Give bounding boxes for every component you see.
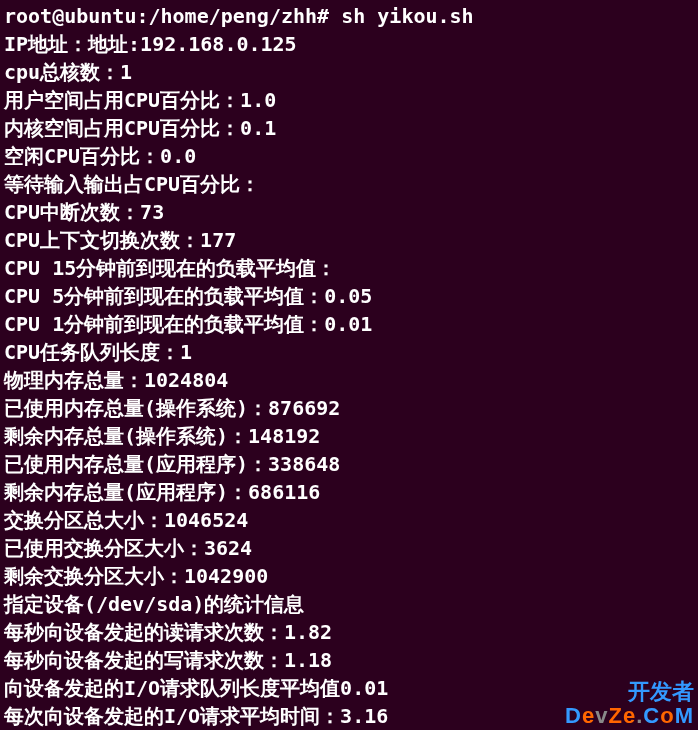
output-line: 已使用内存总量(操作系统)：876692 (4, 394, 694, 422)
watermark-cn: 开发者 (565, 680, 694, 704)
output-line: 剩余内存总量(应用程序)：686116 (4, 478, 694, 506)
prompt-colon: : (136, 4, 148, 28)
watermark-en: DevZe.CoM (565, 703, 694, 728)
output-line: 用户空间占用CPU百分比：1.0 (4, 86, 694, 114)
output-line: 空闲CPU百分比：0.0 (4, 142, 694, 170)
terminal-output: IP地址：地址:192.168.0.125cpu总核数：1用户空间占用CPU百分… (4, 30, 694, 730)
output-line: CPU 15分钟前到现在的负载平均值： (4, 254, 694, 282)
prompt-user: root@ubuntu (4, 4, 136, 28)
output-line: CPU上下文切换次数：177 (4, 226, 694, 254)
output-line: 内核空间占用CPU百分比：0.1 (4, 114, 694, 142)
prompt-path: /home/peng/zhh (149, 4, 318, 28)
output-line: 物理内存总量：1024804 (4, 366, 694, 394)
terminal-prompt-line[interactable]: root@ubuntu:/home/peng/zhh# sh yikou.sh (4, 2, 694, 30)
output-line: 每秒向设备发起的读请求次数：1.82 (4, 618, 694, 646)
prompt-symbol: # (317, 4, 329, 28)
output-line: 剩余交换分区大小：1042900 (4, 562, 694, 590)
output-line: IP地址：地址:192.168.0.125 (4, 30, 694, 58)
output-line: 剩余内存总量(操作系统)：148192 (4, 422, 694, 450)
output-line: 交换分区总大小：1046524 (4, 506, 694, 534)
output-line: 等待输入输出占CPU百分比： (4, 170, 694, 198)
output-line: CPU 5分钟前到现在的负载平均值：0.05 (4, 282, 694, 310)
output-line: 已使用交换分区大小：3624 (4, 534, 694, 562)
output-line: 已使用内存总量(应用程序)：338648 (4, 450, 694, 478)
output-line: CPU 1分钟前到现在的负载平均值：0.01 (4, 310, 694, 338)
output-line: CPU中断次数：73 (4, 198, 694, 226)
output-line: cpu总核数：1 (4, 58, 694, 86)
output-line: 指定设备(/dev/sda)的统计信息 (4, 590, 694, 618)
command-text: sh yikou.sh (341, 4, 473, 28)
watermark: 开发者 DevZe.CoM (565, 680, 694, 728)
output-line: 每秒向设备发起的写请求次数：1.18 (4, 646, 694, 674)
output-line: CPU任务队列长度：1 (4, 338, 694, 366)
